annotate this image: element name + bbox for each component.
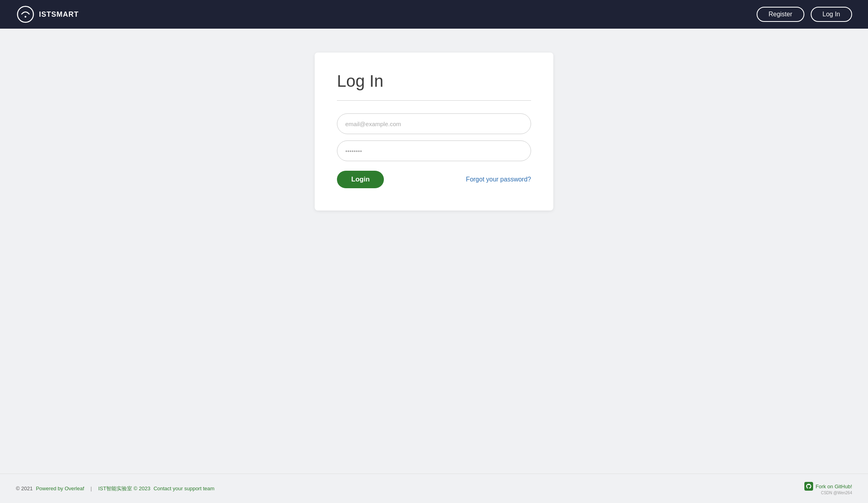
email-input[interactable] (337, 113, 531, 134)
logo-area: ISTSMART (16, 5, 79, 24)
footer: © 2021 Powered by Overleaf | IST智能实验室 © … (0, 474, 868, 503)
github-link[interactable]: Fork on GitHub! (804, 482, 852, 491)
form-divider (337, 100, 531, 101)
register-button[interactable]: Register (757, 7, 804, 22)
logo-icon (16, 5, 35, 24)
login-title: Log In (337, 72, 531, 91)
copyright-text: © 2021 (16, 485, 33, 491)
password-field-group (337, 140, 531, 161)
github-icon (804, 482, 813, 491)
footer-left: © 2021 Powered by Overleaf | IST智能实验室 © … (16, 485, 214, 492)
footer-right: Fork on GitHub! CSDN @Wen264 (804, 482, 852, 495)
github-area: Fork on GitHub! CSDN @Wen264 (804, 482, 852, 495)
footer-credit: CSDN @Wen264 (804, 491, 852, 495)
password-input[interactable] (337, 140, 531, 161)
contact-support-link[interactable]: Contact your support team (154, 485, 214, 491)
powered-by-link[interactable]: Powered by Overleaf (36, 485, 84, 491)
svg-rect-1 (25, 16, 26, 18)
footer-separator: | (91, 485, 92, 491)
github-label: Fork on GitHub! (815, 484, 852, 489)
login-card: Log In Login Forgot your password? (315, 53, 553, 211)
navbar-actions: Register Log In (757, 7, 852, 22)
login-submit-button[interactable]: Login (337, 171, 384, 188)
navbar: ISTSMART Register Log In (0, 0, 868, 29)
forgot-password-link[interactable]: Forgot your password? (466, 176, 531, 183)
email-field-group (337, 113, 531, 134)
form-actions: Login Forgot your password? (337, 171, 531, 188)
svg-point-0 (18, 6, 33, 22)
main-content: Log In Login Forgot your password? (0, 29, 868, 474)
login-button-nav[interactable]: Log In (811, 7, 852, 22)
logo-text: ISTSMART (39, 10, 79, 19)
org-text: IST智能实验室 © 2023 (98, 485, 150, 492)
